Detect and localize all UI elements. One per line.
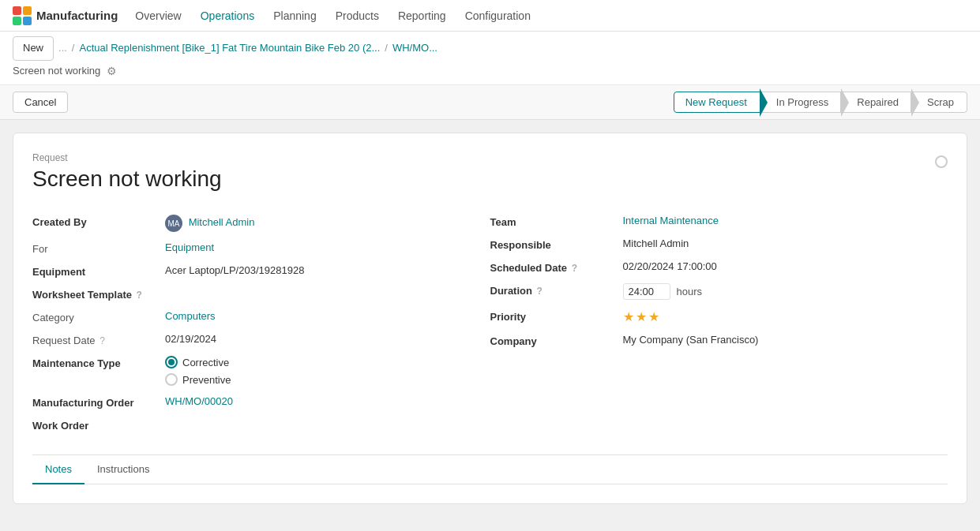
preventive-option[interactable]: Preventive: [165, 373, 231, 386]
breadcrumb-crumb2[interactable]: WH/MO...: [392, 40, 437, 57]
duration-unit: hours: [677, 286, 703, 297]
equipment-label: Equipment: [32, 264, 159, 278]
duration-hint: ?: [537, 286, 543, 297]
duration-label: Duration ?: [490, 283, 617, 297]
status-bar: New Request In Progress Repaired Scrap: [674, 92, 967, 113]
nav-reporting[interactable]: Reporting: [390, 5, 454, 27]
worksheet-row: Worksheet Template ?: [32, 283, 490, 305]
scheduled-date-value[interactable]: 02/20/2024 17:00:00: [623, 260, 948, 272]
nav-products[interactable]: Products: [328, 5, 387, 27]
company-label: Company: [490, 334, 617, 347]
breadcrumb-current: Screen not working: [13, 63, 100, 80]
category-row: Category Computers: [32, 306, 490, 327]
breadcrumb-dots[interactable]: ...: [58, 40, 67, 57]
app-logo[interactable]: Manufacturing: [13, 6, 118, 25]
equipment-row: Equipment Acer Laptop/LP/203/19281928: [32, 260, 490, 282]
form-title[interactable]: Screen not working: [32, 166, 222, 192]
maintenance-type-label: Maintenance Type: [32, 356, 159, 369]
category-label: Category: [32, 310, 159, 323]
request-date-label: Request Date ?: [32, 333, 159, 346]
request-label: Request: [32, 152, 222, 163]
scheduled-date-hint: ?: [572, 263, 577, 274]
status-repaired[interactable]: Repaired: [840, 92, 911, 113]
scheduled-date-label: Scheduled Date ?: [490, 260, 617, 274]
priority-stars[interactable]: ★★★: [623, 309, 661, 324]
company-row: Company My Company (San Francisco): [490, 330, 948, 351]
manufacturing-order-value[interactable]: WH/MO/00020: [165, 395, 490, 407]
nav-configuration[interactable]: Configuration: [457, 5, 539, 27]
avatar: MA: [165, 215, 182, 232]
responsible-label: Responsible: [490, 237, 617, 251]
created-by-value: MA Mitchell Admin: [165, 215, 490, 232]
maintenance-type-options: Corrective Preventive: [165, 356, 231, 386]
worksheet-label: Worksheet Template ?: [32, 287, 159, 301]
status-new-request[interactable]: New Request: [674, 92, 760, 113]
request-date-row: Request Date ? 02/19/2024: [32, 329, 490, 350]
form-right-col: Team Internal Maintenance Responsible Mi…: [490, 211, 948, 436]
request-date-value[interactable]: 02/19/2024: [165, 333, 490, 345]
duration-value-row: hours: [623, 283, 703, 300]
new-button[interactable]: New: [13, 36, 54, 61]
responsible-row: Responsible Mitchell Admin: [490, 234, 948, 255]
preventive-radio[interactable]: [165, 373, 178, 386]
team-label: Team: [490, 215, 617, 228]
corrective-option[interactable]: Corrective: [165, 356, 231, 368]
responsible-value: Mitchell Admin: [623, 237, 948, 249]
toolbar: Cancel New Request In Progress Repaired …: [0, 85, 980, 120]
nav-planning[interactable]: Planning: [265, 5, 325, 27]
worksheet-hint: ?: [137, 290, 142, 301]
form-card: Request Screen not working Created By MA…: [13, 133, 967, 504]
tabs-container: Notes Instructions: [32, 454, 948, 484]
company-value: My Company (San Francisco): [623, 334, 948, 346]
work-order-label: Work Order: [32, 418, 159, 432]
svg-rect-3: [23, 17, 32, 25]
corrective-radio[interactable]: [165, 356, 178, 368]
for-value[interactable]: Equipment: [165, 241, 490, 253]
duration-input[interactable]: [623, 283, 670, 300]
svg-rect-0: [13, 6, 21, 15]
main-content: Request Screen not working Created By MA…: [0, 120, 980, 531]
for-row: For Equipment: [32, 237, 490, 259]
category-value[interactable]: Computers: [165, 310, 490, 322]
status-in-progress[interactable]: In Progress: [760, 92, 841, 113]
breadcrumb-bar: New ... / Actual Replenishment [Bike_1] …: [0, 32, 980, 85]
gear-icon[interactable]: ⚙: [107, 62, 117, 80]
for-label: For: [32, 241, 159, 255]
priority-row: Priority ★★★: [490, 305, 948, 328]
breadcrumb-crumb1[interactable]: Actual Replenishment [Bike_1] Fat Tire M…: [79, 40, 380, 57]
svg-rect-2: [13, 17, 21, 25]
form-left-col: Created By MA Mitchell Admin For Equipme…: [32, 211, 490, 436]
tab-notes[interactable]: Notes: [32, 455, 84, 484]
tab-instructions[interactable]: Instructions: [84, 455, 162, 484]
nav-operations[interactable]: Operations: [193, 5, 262, 27]
priority-label: Priority: [490, 309, 617, 323]
form-grid: Created By MA Mitchell Admin For Equipme…: [32, 211, 948, 436]
equipment-value: Acer Laptop/LP/203/19281928: [165, 264, 490, 276]
team-row: Team Internal Maintenance: [490, 211, 948, 232]
app-name: Manufacturing: [36, 9, 118, 22]
svg-rect-1: [23, 6, 32, 15]
maintenance-type-row: Maintenance Type Corrective Preventive: [32, 352, 490, 390]
scheduled-date-row: Scheduled Date ? 02/20/2024 17:00:00: [490, 256, 948, 278]
request-date-hint: ?: [100, 335, 105, 346]
tabs-list: Notes Instructions: [32, 455, 948, 484]
duration-row: Duration ? hours: [490, 279, 948, 304]
breadcrumb-sep-1: /: [72, 40, 75, 57]
breadcrumb-sep-2: /: [385, 40, 388, 57]
created-by-row: Created By MA Mitchell Admin: [32, 211, 490, 236]
nav-overview[interactable]: Overview: [127, 5, 189, 27]
toolbar-left: Cancel: [13, 92, 68, 113]
manufacturing-order-row: Manufacturing Order WH/MO/00020: [32, 391, 490, 413]
cancel-button[interactable]: Cancel: [13, 92, 68, 113]
team-value[interactable]: Internal Maintenance: [623, 215, 948, 226]
top-nav: Manufacturing Overview Operations Planni…: [0, 0, 980, 32]
created-by-label: Created By: [32, 215, 159, 228]
status-circle: [935, 155, 948, 168]
manufacturing-order-label: Manufacturing Order: [32, 395, 159, 409]
work-order-row: Work Order: [32, 414, 490, 436]
